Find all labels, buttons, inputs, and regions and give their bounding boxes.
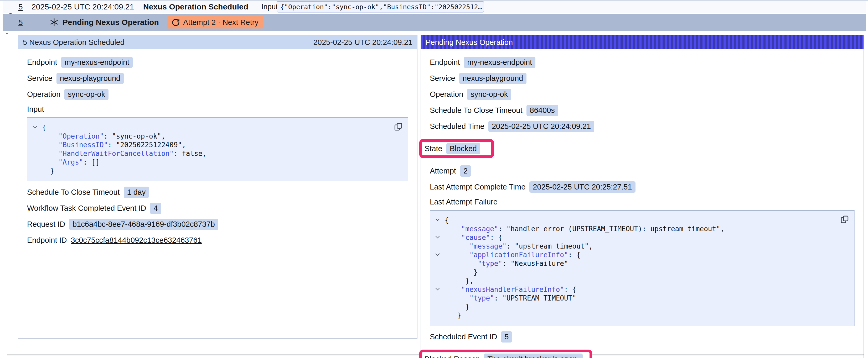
event-detail-card: 5 Nexus Operation Scheduled 2025-02-25 U… — [18, 35, 417, 338]
json-line: "nexusHandlerFailureInfo": { — [430, 285, 849, 294]
event-input-preview-chip[interactable]: {"Operation":"sync-op-ok","BusinessID":"… — [277, 1, 484, 12]
state-label: State — [425, 144, 442, 153]
pending-operation-card: Pending Nexus Operation Endpoint my-nexu… — [421, 35, 864, 358]
json-key: "message" — [469, 242, 506, 250]
json-key: "Operation" — [59, 132, 104, 140]
json-line: "Operation": "sync-op-ok", — [27, 132, 403, 141]
field-value-chip: b1c6a4bc-8ee7-468a-9169-df3b02c8737b — [69, 219, 218, 230]
json-line: "applicationFailureInfo": { — [430, 251, 849, 259]
field-label: Workflow Task Completed Event ID — [27, 204, 146, 213]
pending-asterisk-icon — [50, 18, 59, 27]
state-field: State Blocked — [425, 143, 480, 154]
field-row: Service nexus-playground — [430, 73, 855, 84]
json-line: "BusinessID": "20250225122409", — [27, 141, 403, 149]
failure-json-viewer: { "message": "handler error (UPSTREAM_TI… — [430, 210, 855, 326]
event-id-link[interactable]: 5 — [19, 2, 23, 11]
field-value-chip: nexus-playground — [57, 73, 124, 84]
pending-id-link[interactable]: 5 — [19, 18, 23, 27]
copy-icon[interactable] — [840, 215, 849, 224]
json-line: { — [27, 123, 403, 132]
field-row: Endpoint my-nexus-endpoint — [430, 57, 855, 67]
field-label: Operation — [430, 90, 463, 99]
json-key: "applicationFailureInfo" — [469, 251, 568, 259]
json-value: } — [457, 312, 461, 319]
json-line: "message": "handler error (UPSTREAM_TIME… — [430, 225, 849, 233]
field-label: Request ID — [27, 220, 65, 229]
json-value: : "20250225122409", — [108, 141, 186, 149]
field-value-chip: 2025-02-25 UTC 20:25:27.51 — [529, 182, 635, 193]
event-input-label: Input — [261, 3, 278, 11]
field-row: Last Attempt Complete Time 2025-02-25 UT… — [430, 182, 855, 192]
field-label: Attempt — [430, 167, 456, 175]
json-value: { — [445, 216, 449, 224]
blocked-reason-chip: The circuit breaker is open. — [484, 354, 583, 358]
scheduled-event-id-field: Scheduled Event ID 5 — [430, 331, 855, 342]
pending-operation-header: Pending Nexus Operation — [421, 35, 864, 50]
json-value: } — [474, 268, 478, 276]
json-line: "cause": { — [430, 233, 849, 242]
field-row: Scheduled Time 2025-02-25 UTC 20:24:09.2… — [430, 121, 855, 131]
collapse-chevron-icon[interactable] — [435, 234, 439, 238]
field-row: Request ID b1c6a4bc-8ee7-468a-9169-df3b0… — [27, 219, 408, 229]
event-title: Nexus Operation Scheduled — [143, 2, 248, 11]
json-value: : "NexusFailure" — [502, 260, 568, 267]
json-line: } — [430, 268, 849, 276]
json-line: } — [430, 303, 849, 311]
input-section-label: Input — [27, 105, 408, 113]
json-key: "cause" — [461, 234, 490, 241]
field-row: Endpoint my-nexus-endpoint — [27, 57, 408, 67]
scheduled-event-id-label: Scheduled Event ID — [430, 332, 497, 341]
field-value-link[interactable]: 3c0c75ccfa8144b092c13ce632463761 — [71, 236, 202, 245]
retry-attempt-badge: Attempt 2 · Next Retry — [167, 16, 263, 29]
field-row: Schedule To Close Timeout 86400s — [430, 105, 855, 116]
collapse-chevron-icon[interactable] — [435, 252, 439, 256]
json-line: { — [430, 216, 849, 225]
input-json-viewer: { "Operation": "sync-op-ok", "BusinessID… — [27, 117, 408, 182]
event-detail-header: 5 Nexus Operation Scheduled 2025-02-25 U… — [18, 35, 417, 50]
field-row: Operation sync-op-ok — [430, 89, 855, 99]
collapse-chevron-icon[interactable] — [33, 124, 37, 129]
field-value-chip: my-nexus-endpoint — [464, 57, 536, 68]
json-value: { — [42, 124, 46, 131]
field-label: Scheduled Time — [430, 122, 485, 131]
event-detail-fields-bottom: Schedule To Close Timeout 1 day Workflow… — [27, 187, 408, 246]
field-value-chip: 4 — [150, 203, 161, 214]
json-value: : "handler error (UPSTREAM_TIMEOUT): ups… — [498, 225, 724, 233]
field-label: Endpoint — [430, 58, 460, 67]
json-value: : { — [564, 286, 577, 293]
json-key: "Args" — [59, 158, 83, 166]
json-line: } — [430, 311, 849, 320]
event-timestamp: 2025-02-25 UTC 20:24:09.21 — [32, 2, 134, 11]
field-value-chip: sync-op-ok — [467, 89, 511, 100]
json-value: : false, — [174, 150, 207, 158]
state-value-chip: Blocked — [446, 143, 480, 154]
copy-icon[interactable] — [394, 122, 403, 131]
field-label: Endpoint — [27, 58, 57, 67]
event-detail-header-title: 5 Nexus Operation Scheduled — [23, 38, 125, 47]
json-value: : { — [490, 234, 502, 241]
json-value: : [] — [83, 158, 100, 166]
pending-fields-top: Endpoint my-nexus-endpoint Service nexus… — [430, 57, 855, 131]
json-value: } — [465, 303, 469, 311]
json-key: "nexusHandlerFailureInfo" — [461, 286, 564, 293]
collapse-chevron-icon[interactable] — [435, 286, 439, 291]
json-line: "Args": [] — [27, 158, 403, 167]
json-line: "type": "UPSTREAM_TIMEOUT" — [430, 294, 849, 303]
field-label: Service — [27, 74, 53, 83]
blocked-reason-field: Blocked Reason The circuit breaker is op… — [425, 354, 583, 358]
event-row-pending[interactable]: 5 Pending Nexus Operation Attempt 2 · Ne… — [3, 14, 866, 31]
field-value-chip: my-nexus-endpoint — [61, 57, 133, 68]
field-row: Endpoint ID 3c0c75ccfa8144b092c13ce63246… — [27, 235, 408, 246]
field-value-chip: nexus-playground — [459, 73, 527, 84]
collapse-chevron-icon[interactable] — [435, 217, 439, 221]
field-value-chip: 1 day — [124, 187, 149, 198]
field-row: Attempt 2 — [430, 166, 855, 176]
event-row-scheduled[interactable]: 5 2025-02-25 UTC 20:24:09.21 Nexus Opera… — [3, 1, 866, 13]
json-value: : { — [568, 251, 581, 259]
field-row: Operation sync-op-ok — [27, 89, 408, 99]
json-key: "type" — [477, 260, 502, 267]
json-line: "HandlerWaitForCancellation": false, — [27, 149, 403, 158]
retry-badge-label: Attempt 2 · Next Retry — [183, 18, 258, 27]
json-line: }, — [430, 276, 849, 285]
field-value-chip: 2 — [460, 165, 471, 176]
